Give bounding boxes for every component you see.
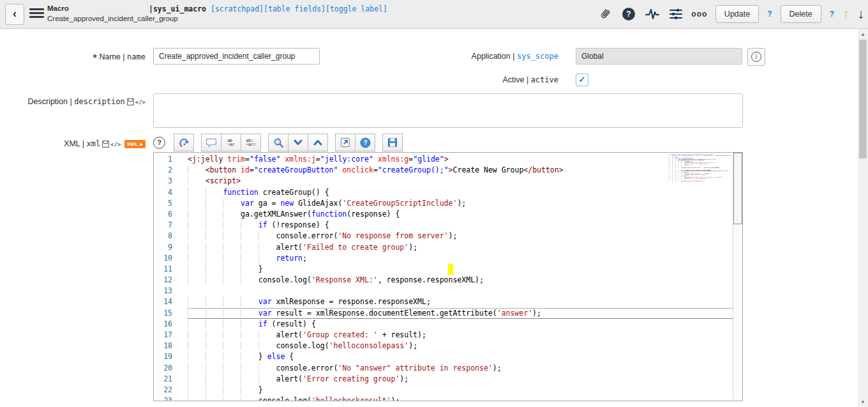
line-number[interactable]: 15 <box>154 308 172 319</box>
format-code-button[interactable] <box>174 134 194 151</box>
code-line[interactable]: <button id="createGroupButton" onclick="… <box>188 165 733 176</box>
editor-help-button[interactable]: ? <box>355 134 375 151</box>
table-links: [scratchpad][table fields][toggle label] <box>211 4 387 13</box>
toggle-comment-button[interactable] <box>201 134 221 151</box>
page-scrollbar[interactable]: ▲ ▼ <box>858 29 868 407</box>
editor-minimap[interactable]: <j:jelly trim="false" xmlns:j="jelly:cor… <box>669 154 731 192</box>
activity-stream-icon[interactable] <box>645 6 660 22</box>
code-area[interactable]: <j:jelly trim="false" xmlns:j="jelly:cor… <box>188 154 733 401</box>
open-in-window-button[interactable] <box>335 134 355 151</box>
attachment-icon[interactable] <box>597 6 613 22</box>
replace-button[interactable]: ab➜ac <box>221 134 241 151</box>
code-line[interactable]: console.error('No "answer" attribute in … <box>188 363 733 374</box>
line-number[interactable]: 6 <box>154 209 172 220</box>
context-menu-icon[interactable] <box>29 8 44 19</box>
description-field-label: Description | description</> <box>0 97 146 107</box>
line-number[interactable]: 4 <box>154 187 172 198</box>
xml-type-badge: XML ▸ <box>124 140 146 148</box>
find-previous-button[interactable] <box>308 134 328 151</box>
line-number[interactable]: 21 <box>154 374 172 385</box>
line-number[interactable]: 5 <box>154 198 172 209</box>
line-number[interactable]: 18 <box>154 341 172 351</box>
line-number[interactable]: 12 <box>154 275 172 286</box>
line-number[interactable]: 9 <box>154 242 172 253</box>
code-line[interactable]: console.log('helloconsolepass'); <box>188 341 733 351</box>
line-number[interactable]: 8 <box>154 231 172 242</box>
code-line[interactable]: console.log('Response XML:', response.re… <box>188 275 733 286</box>
editor-scrollbar[interactable] <box>733 153 742 401</box>
code-line[interactable]: <j:jelly trim="false" xmlns:j="jelly:cor… <box>188 154 733 165</box>
name-input[interactable] <box>153 48 320 65</box>
code-line[interactable]: } else { <box>188 351 733 362</box>
code-line[interactable]: } <box>188 385 733 395</box>
replace-all-button[interactable]: ab≡➜ac≡ <box>241 134 261 151</box>
code-icon[interactable]: </> <box>110 141 121 148</box>
line-number[interactable]: 20 <box>154 363 172 374</box>
code-line[interactable]: var ga = new GlideAjax('CreateGroupScrip… <box>188 198 733 209</box>
code-line[interactable]: console.log('hellocheckresult'); <box>188 395 733 401</box>
name-field-label: *Name | name <box>0 52 146 63</box>
code-line[interactable]: var result = xmlResponse.documentElement… <box>188 308 733 319</box>
scroll-down-icon[interactable]: ▼ <box>858 399 868 405</box>
save-button[interactable] <box>382 134 403 151</box>
line-number[interactable]: 14 <box>154 296 172 307</box>
code-line[interactable]: alert('Group created: ' + result); <box>188 330 733 341</box>
code-line[interactable] <box>188 286 733 296</box>
line-number[interactable]: 3 <box>154 176 172 187</box>
application-info-button[interactable]: i <box>747 48 765 66</box>
xml-code-editor[interactable]: 1234567891011121314151617181920212223 <j… <box>153 152 743 401</box>
code-line[interactable]: <script> <box>188 176 733 187</box>
delete-help-link[interactable]: ? <box>830 10 834 19</box>
header-link[interactable]: [table fields] <box>264 4 326 13</box>
find-next-button[interactable] <box>288 134 308 151</box>
editor-scrollbar-thumb[interactable] <box>733 153 742 224</box>
line-number[interactable]: 1 <box>154 154 172 165</box>
code-line[interactable]: if (result) { <box>188 319 733 330</box>
scroll-up-icon[interactable]: ▲ <box>858 31 868 37</box>
update-help-link[interactable]: ? <box>767 10 772 19</box>
delete-button[interactable]: Delete <box>781 5 821 23</box>
active-field-label: Active | active <box>396 75 558 84</box>
line-number[interactable]: 11 <box>154 264 172 275</box>
code-line[interactable]: var xmlResponse = response.responseXML; <box>188 296 733 307</box>
line-number[interactable]: 10 <box>154 253 172 264</box>
scratchpad-icon[interactable] <box>102 141 109 150</box>
code-line[interactable]: console.error('No response from server')… <box>188 231 733 242</box>
header-link[interactable]: [toggle label] <box>326 4 387 13</box>
personalize-form-icon[interactable] <box>668 6 684 22</box>
line-number[interactable]: 17 <box>154 330 172 341</box>
line-number[interactable]: 23 <box>154 395 172 401</box>
sys-scope-link[interactable]: sys_scope <box>517 52 558 61</box>
header-link[interactable]: [scratchpad] <box>211 4 264 13</box>
scratchpad-icon[interactable] <box>127 98 134 107</box>
search-button[interactable] <box>268 134 288 151</box>
form-header-bar: ‹ Macro Create_approved_incident_caller_… <box>0 0 868 29</box>
line-number[interactable]: 13 <box>154 286 172 296</box>
code-line[interactable]: return; <box>188 253 733 264</box>
table-name-label: |sys_ui_macro <box>149 4 206 13</box>
line-number[interactable]: 7 <box>154 220 172 231</box>
active-checkbox[interactable]: ✓ <box>576 73 588 86</box>
line-number[interactable]: 16 <box>154 319 172 330</box>
previous-record-icon[interactable]: ↑ <box>842 6 849 22</box>
next-record-icon[interactable]: ↓ <box>858 6 865 22</box>
code-line[interactable]: if (!response) { <box>188 220 733 231</box>
code-line[interactable]: ga.getXMLAnswer(function(response) { <box>188 209 733 220</box>
code-icon[interactable]: </> <box>135 99 146 105</box>
code-line[interactable]: } <box>188 264 733 275</box>
code-line[interactable]: alert('Failed to create group'); <box>188 242 733 253</box>
more-options-icon[interactable]: ooo <box>692 6 707 22</box>
line-number[interactable]: 19 <box>154 351 172 362</box>
description-textarea[interactable] <box>153 93 743 128</box>
help-icon[interactable]: ? <box>621 6 636 22</box>
code-line[interactable]: function createGroup() { <box>188 187 733 198</box>
page-scrollbar-thumb[interactable] <box>859 40 867 158</box>
line-number[interactable]: 2 <box>154 165 172 176</box>
line-number[interactable]: 22 <box>154 385 172 395</box>
update-button[interactable]: Update <box>715 5 759 23</box>
line-number-gutter[interactable]: 1234567891011121314151617181920212223 <box>154 154 172 401</box>
editor-help-icon[interactable]: ? <box>153 137 165 149</box>
required-icon: * <box>93 52 97 63</box>
back-button[interactable]: ‹ <box>5 4 24 25</box>
code-line[interactable]: alert('Error creating group'); <box>188 374 733 385</box>
